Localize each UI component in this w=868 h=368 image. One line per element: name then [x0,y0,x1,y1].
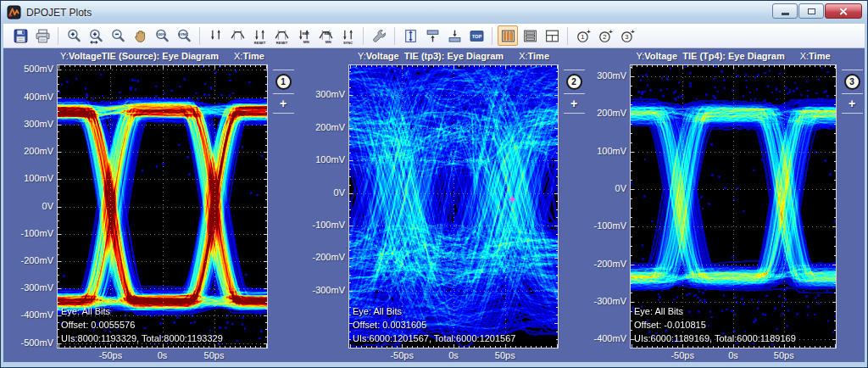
annotation-line: UIs:6000:1189169, Total:6000:1189169 [634,332,796,345]
x-tick-label: 50ps [192,350,237,360]
save-button[interactable] [10,25,31,46]
x-axis-prefix: X: [234,51,242,61]
close-button[interactable] [825,3,862,19]
window-title: DPOJET Plots [26,7,92,19]
plot-number-badge[interactable]: 1 [275,74,292,90]
cursors-vertical-button[interactable] [205,25,225,46]
x-axis-title: Time [242,51,264,61]
annotation-line: UIs:6000:1201567, Total:6000:1201567 [353,332,515,345]
add-measurement-button[interactable]: + [849,98,855,109]
cursors-waveform-maxmin-button[interactable]: MAXMIN [315,25,336,46]
zoom-out-icon [110,28,126,44]
svg-text:MAX: MAX [324,32,331,36]
add-plot-1-icon: 1+ [576,28,592,44]
x-axis-prefix: X: [519,51,527,61]
zoom-in-icon [66,28,82,44]
y-tick-label: 300mV [298,89,345,99]
x-axis-title: Time [528,51,549,61]
y-tick-label: 0V [6,201,53,211]
y-axis-prefix: Y: [358,51,366,61]
print-button[interactable] [32,25,53,46]
cursors-vertical-icon [208,28,224,44]
add-measurement-button[interactable]: + [280,98,287,109]
x-tick-label: 50ps [482,350,528,360]
pan-icon [132,28,148,44]
x-tick-label: 0s [431,350,476,360]
zoom-in-button[interactable] [64,25,84,46]
x-tick-label: -50ps [379,350,425,360]
zoom-100-button[interactable]: 100% [152,25,172,46]
maximize-button[interactable] [798,3,824,19]
plot-controls-1: 1+ [272,66,294,117]
svg-text:RESET: RESET [253,40,265,43]
zoom-horizontal-button[interactable] [86,25,106,46]
add-plot-3-button[interactable]: 3+ [617,25,637,46]
layout-rows-button[interactable] [520,25,540,46]
minimize-button[interactable] [772,3,798,19]
svg-text:MIN: MIN [303,41,309,44]
cursors-waveform-reset-icon: RESET [274,28,290,44]
y-tick-label: -300mV [579,296,626,306]
y-tick-label: -200mV [579,259,626,269]
window-controls [772,3,862,19]
dock-top-button[interactable] [422,25,442,46]
cursors-vertical-reset-icon: RESET [252,28,268,44]
x-tick-label: -50ps [659,350,705,360]
toolbar-separator [199,27,200,45]
y-tick-label: 200mV [579,108,626,118]
y-tick-label: -100mV [579,220,626,231]
fit-vertical-button[interactable] [400,25,420,46]
add-plot-2-button[interactable]: 2+ [595,25,615,46]
annotation-line: Offset: 0.0031605 [353,318,515,332]
add-measurement-button[interactable]: + [570,98,577,109]
y-tick-label: -100mV [298,220,345,230]
y-tick-label: 200mV [298,122,345,132]
separator-line [842,113,863,114]
fit-vertical-icon [403,28,419,44]
y-tick-label: -300mV [6,282,53,293]
x-axis-prefix: X: [800,51,809,61]
annotation-line: Eye: All Bits [353,304,515,318]
toolbar-separator [363,27,364,45]
cursors-waveform-icon [230,28,246,44]
cursors-waveform-maxmin-icon: MAXMIN [318,28,334,44]
y-tick-label: -400mV [579,333,626,343]
svg-text:SYNC: SYNC [178,32,188,36]
svg-text:SYNC: SYNC [342,40,352,43]
zoom-out-button[interactable] [108,25,128,46]
cursors-waveform-button[interactable] [227,25,248,46]
plot-3-header: Y:Voltage TIE (Tp4): Eye DiagramX:Time [570,51,868,61]
layout-grid-button[interactable] [542,25,562,46]
title-bar[interactable]: DPOJET Plots [1,1,867,24]
y-axis-title: Voltage TIE (Tp4): Eye Diagram [644,51,784,61]
y-tick-label: -100mV [6,228,53,238]
pan-button[interactable] [130,25,150,46]
add-plot-1-button[interactable]: 1+ [573,25,593,46]
plot-number-badge[interactable]: 3 [844,74,860,90]
zoom-100-icon: 100% [154,28,170,44]
dock-bottom-button[interactable] [444,25,465,46]
svg-text:3: 3 [625,33,628,41]
plot-annotations: Eye: All BitsOffset: -0.010815UIs:6000:1… [634,304,796,345]
y-axis-title: VoltageTIE (Source): Eye Diagram [69,51,219,61]
configure-button[interactable] [369,25,389,46]
y-axis-prefix: Y: [636,51,644,61]
y-tick-label: 0V [298,187,345,198]
cursors-sync-button[interactable]: SYNC [337,25,358,46]
cursors-sync-icon: SYNC [340,28,356,44]
plot-controls-3: 3+ [841,66,863,117]
separator-line [273,70,294,70]
y-tick-label: -200mV [298,252,345,262]
cursors-waveform-reset-button[interactable]: RESET [271,25,292,46]
y-tick-label: 0V [579,183,626,193]
y-tick-label: 100mV [6,173,53,183]
bring-to-top-button[interactable]: TOP [466,25,487,46]
layout-columns-button[interactable] [498,25,518,46]
zoom-sync-button[interactable]: SYNC [174,25,194,46]
cursors-vertical-reset-button[interactable]: RESET [249,25,270,46]
separator-line [273,113,294,114]
svg-text:MAX: MAX [302,32,309,36]
y-tick-label: 500mV [6,64,53,74]
toolbar-separator [492,27,492,45]
cursors-vertical-maxmin-button[interactable]: MAXMIN [293,25,314,46]
